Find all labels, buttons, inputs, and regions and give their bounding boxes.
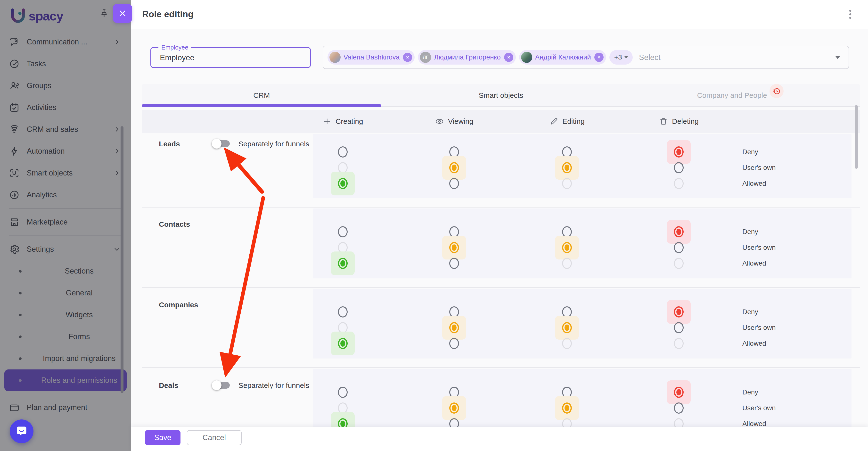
topbar: Role editing (131, 0, 868, 29)
sidebar-item-label: Settings (27, 245, 113, 254)
radio-contacts-deleting-deny[interactable] (674, 226, 684, 237)
cancel-button[interactable]: Cancel (187, 430, 242, 445)
sidebar-item-settings[interactable]: Settings (0, 238, 131, 260)
sidebar-item-label: Groups (27, 81, 121, 90)
radio-contacts-editing-user-s-own[interactable] (562, 242, 572, 253)
sidebar-item-label: Plan and payment (27, 403, 121, 412)
member-chip[interactable]: Андрій Калюжний (519, 50, 606, 65)
radio-deals-editing-user-s-own[interactable] (562, 402, 572, 414)
chevron-right-icon (113, 38, 121, 47)
member-chip[interactable]: ЛГЛюдмила Григоренко (418, 50, 516, 65)
sidebar-item-groups[interactable]: Groups (0, 75, 131, 97)
remove-member-button[interactable] (504, 53, 513, 62)
radio-contacts-viewing-allowed[interactable] (449, 258, 459, 269)
plan-icon (9, 402, 20, 413)
radio-leads-creating-deny[interactable] (338, 146, 348, 157)
sidebar-divider (9, 236, 122, 236)
sidebar-item-communication[interactable]: Communication ... (0, 31, 131, 53)
group-label: Companies (159, 301, 198, 309)
funnels-toggle[interactable] (212, 380, 231, 391)
footer: Save Cancel (131, 427, 868, 451)
sidebar-item-smart-objects[interactable]: Smart objects (0, 162, 131, 184)
more-members-chip[interactable]: +3 (610, 50, 633, 65)
chat-icon (9, 36, 20, 48)
content-scrollbar[interactable] (855, 105, 858, 169)
sidebar-item-general[interactable]: General (4, 282, 127, 304)
sidebar-item-crm-and-sales[interactable]: CRM and sales (0, 118, 131, 140)
radio-contacts-editing-allowed (562, 258, 572, 269)
bullet-icon (19, 379, 22, 382)
sidebar-item-label: Tasks (27, 59, 121, 68)
radio-companies-editing-user-s-own[interactable] (562, 322, 572, 333)
save-button[interactable]: Save (145, 430, 181, 445)
radio-leads-editing-allowed (562, 178, 572, 189)
radio-companies-deleting-deny[interactable] (674, 306, 684, 318)
eye-icon (435, 117, 444, 126)
chevron-right-icon (113, 147, 121, 156)
radio-leads-deleting-user-s-own[interactable] (674, 162, 684, 173)
member-chip[interactable]: Valeria Bashkirova (328, 50, 414, 65)
sidebar-item-label: Communication ... (27, 38, 113, 47)
remove-member-button[interactable] (403, 53, 412, 62)
funnels-toggle-label: Separately for funnels (239, 381, 309, 390)
remove-member-button[interactable] (594, 53, 603, 62)
radio-contacts-creating-deny[interactable] (338, 226, 348, 237)
avatar (330, 52, 341, 63)
pin-icon[interactable] (99, 8, 109, 19)
sidebar-item-automation[interactable]: Automation (0, 140, 131, 162)
avatar (521, 52, 532, 63)
tab-smart-objects[interactable]: Smart objects (381, 84, 621, 107)
activities-icon (9, 102, 20, 113)
sidebar-scrollbar[interactable] (121, 126, 123, 393)
radio-deals-deleting-user-s-own[interactable] (674, 402, 684, 414)
radio-companies-viewing-user-s-own[interactable] (449, 322, 459, 333)
sidebar-item-roles-and-permissions[interactable]: Roles and permissions (4, 369, 127, 391)
sidebar-item-analytics[interactable]: Analytics (0, 184, 131, 206)
option-label: Deny (742, 148, 758, 156)
radio-leads-creating-allowed[interactable] (338, 178, 348, 189)
option-label: Deny (742, 388, 758, 396)
members-select[interactable]: Valeria BashkirovaЛГЛюдмила ГригоренкоАн… (323, 46, 849, 69)
radio-companies-deleting-user-s-own[interactable] (674, 322, 684, 333)
radio-deals-deleting-deny[interactable] (674, 387, 684, 398)
bullet-icon (19, 270, 22, 273)
sidebar-item-label: Automation (27, 147, 113, 156)
tab-crm[interactable]: CRM (142, 84, 381, 107)
radio-leads-editing-user-s-own[interactable] (562, 162, 572, 173)
sidebar-item-import-and-migrations[interactable]: Import and migrations (4, 348, 127, 369)
radio-contacts-deleting-user-s-own[interactable] (674, 242, 684, 253)
option-label: Allowed (742, 180, 766, 187)
sidebar-item-sections[interactable]: Sections (4, 260, 127, 282)
sidebar-item-activities[interactable]: Activities (0, 97, 131, 118)
sidebar-item-label: Sections (33, 267, 125, 275)
groups-icon (9, 80, 20, 91)
kebab-menu-icon[interactable] (842, 6, 858, 22)
radio-companies-viewing-allowed[interactable] (449, 338, 459, 349)
column-header-creating: Creating (322, 110, 363, 133)
sidebar-item-tasks[interactable]: Tasks (0, 53, 131, 75)
radio-deals-viewing-user-s-own[interactable] (449, 402, 459, 414)
radio-leads-viewing-user-s-own[interactable] (449, 162, 459, 173)
sidebar-item-marketplace[interactable]: Marketplace (0, 211, 131, 233)
radio-contacts-creating-allowed[interactable] (338, 258, 348, 269)
chevron-down-icon (624, 56, 628, 59)
member-chip-name: Андрій Калюжний (535, 53, 591, 61)
radio-companies-creating-deny[interactable] (338, 306, 348, 318)
radio-contacts-viewing-user-s-own[interactable] (449, 242, 459, 253)
radio-leads-viewing-allowed[interactable] (449, 178, 459, 189)
plus-icon (322, 117, 332, 126)
radio-deals-creating-deny[interactable] (338, 387, 348, 398)
employee-field[interactable]: Employee Employee (150, 47, 311, 68)
chat-launcher-button[interactable] (10, 419, 33, 443)
sidebar-item-plan-and-payment[interactable]: Plan and payment (0, 397, 131, 419)
chevron-down-icon[interactable] (836, 56, 840, 59)
sidebar-item-widgets[interactable]: Widgets (4, 304, 127, 326)
radio-companies-creating-allowed[interactable] (338, 338, 348, 349)
close-drawer-button[interactable] (113, 4, 132, 23)
bullet-icon (19, 335, 22, 338)
tab-company-and-people[interactable]: Company and People (621, 84, 860, 107)
sidebar-item-forms[interactable]: Forms (4, 326, 127, 348)
funnels-toggle[interactable] (212, 138, 231, 149)
option-label: User's own (742, 324, 776, 332)
radio-leads-deleting-deny[interactable] (674, 146, 684, 157)
